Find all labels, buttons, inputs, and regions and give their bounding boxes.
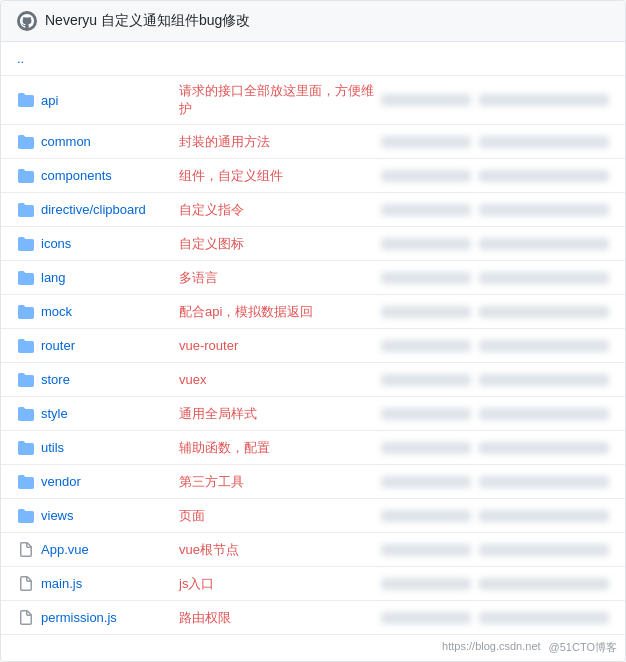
- time-blur: [479, 476, 609, 488]
- file-desc: vue-router: [171, 338, 381, 353]
- file-desc: js入口: [171, 575, 381, 593]
- file-icon: [17, 609, 35, 627]
- file-name[interactable]: utils: [41, 440, 171, 455]
- file-name[interactable]: style: [41, 406, 171, 421]
- file-row: store vuex: [1, 363, 625, 397]
- time-blur: [479, 374, 609, 386]
- time-blur: [479, 578, 609, 590]
- file-row: lang 多语言: [1, 261, 625, 295]
- commit-blur: [381, 306, 471, 318]
- file-desc: 请求的接口全部放这里面，方便维护: [171, 82, 381, 118]
- file-name[interactable]: directive/clipboard: [41, 202, 171, 217]
- file-meta: [381, 510, 609, 522]
- folder-icon: [17, 439, 35, 457]
- commit-blur: [381, 408, 471, 420]
- file-desc: 封装的通用方法: [171, 133, 381, 151]
- time-blur: [479, 272, 609, 284]
- file-desc: 配合api，模拟数据返回: [171, 303, 381, 321]
- file-row: main.js js入口: [1, 567, 625, 601]
- file-desc: 路由权限: [171, 609, 381, 627]
- folder-icon: [17, 91, 35, 109]
- file-meta: [381, 170, 609, 182]
- file-row: vendor 第三方工具: [1, 465, 625, 499]
- time-blur: [479, 510, 609, 522]
- file-list: .. api 请求的接口全部放这里面，方便维护 common 封装的通用方法 c…: [1, 42, 625, 635]
- github-icon: [20, 14, 34, 28]
- time-blur: [479, 94, 609, 106]
- watermark: https://blog.csdn.net @51CTO博客: [442, 640, 617, 655]
- file-row: permission.js 路由权限: [1, 601, 625, 635]
- file-row: icons 自定义图标: [1, 227, 625, 261]
- folder-icon: [17, 337, 35, 355]
- file-meta: [381, 94, 609, 106]
- time-blur: [479, 238, 609, 250]
- time-blur: [479, 306, 609, 318]
- file-meta: [381, 544, 609, 556]
- file-desc: 自定义图标: [171, 235, 381, 253]
- commit-blur: [381, 510, 471, 522]
- file-row: api 请求的接口全部放这里面，方便维护: [1, 76, 625, 125]
- commit-blur: [381, 204, 471, 216]
- file-meta: [381, 340, 609, 352]
- file-meta: [381, 374, 609, 386]
- file-meta: [381, 136, 609, 148]
- file-row: common 封装的通用方法: [1, 125, 625, 159]
- file-meta: [381, 578, 609, 590]
- file-name[interactable]: views: [41, 508, 171, 523]
- commit-blur: [381, 94, 471, 106]
- time-blur: [479, 136, 609, 148]
- file-row: mock 配合api，模拟数据返回: [1, 295, 625, 329]
- commit-blur: [381, 374, 471, 386]
- file-row: components 组件，自定义组件: [1, 159, 625, 193]
- file-meta: [381, 408, 609, 420]
- file-row: utils 辅助函数，配置: [1, 431, 625, 465]
- file-row: views 页面: [1, 499, 625, 533]
- file-meta: [381, 204, 609, 216]
- file-desc: vuex: [171, 372, 381, 387]
- commit-blur: [381, 136, 471, 148]
- file-meta: [381, 238, 609, 250]
- file-row: directive/clipboard 自定义指令: [1, 193, 625, 227]
- folder-icon: [17, 133, 35, 151]
- folder-icon: [17, 201, 35, 219]
- file-name[interactable]: lang: [41, 270, 171, 285]
- folder-icon: [17, 371, 35, 389]
- folder-icon: [17, 507, 35, 525]
- file-name[interactable]: vendor: [41, 474, 171, 489]
- commit-blur: [381, 544, 471, 556]
- watermark-right: @51CTO博客: [549, 640, 617, 655]
- parent-link[interactable]: ..: [17, 51, 24, 66]
- file-icon: [17, 575, 35, 593]
- time-blur: [479, 170, 609, 182]
- file-name[interactable]: permission.js: [41, 610, 171, 625]
- folder-icon: [17, 269, 35, 287]
- file-name[interactable]: common: [41, 134, 171, 149]
- file-row: router vue-router: [1, 329, 625, 363]
- file-name[interactable]: mock: [41, 304, 171, 319]
- file-name[interactable]: App.vue: [41, 542, 171, 557]
- file-name[interactable]: store: [41, 372, 171, 387]
- repo-title: Neveryu 自定义通知组件bug修改: [45, 12, 250, 30]
- time-blur: [479, 408, 609, 420]
- folder-icon: [17, 303, 35, 321]
- commit-blur: [381, 442, 471, 454]
- file-name[interactable]: components: [41, 168, 171, 183]
- time-blur: [479, 612, 609, 624]
- repo-avatar: [17, 11, 37, 31]
- file-name[interactable]: api: [41, 93, 171, 108]
- folder-icon: [17, 235, 35, 253]
- file-row: ..: [1, 42, 625, 76]
- folder-icon: [17, 167, 35, 185]
- file-desc: 通用全局样式: [171, 405, 381, 423]
- file-name[interactable]: icons: [41, 236, 171, 251]
- file-name[interactable]: router: [41, 338, 171, 353]
- file-desc: vue根节点: [171, 541, 381, 559]
- time-blur: [479, 442, 609, 454]
- watermark-left: https://blog.csdn.net: [442, 640, 540, 655]
- file-meta: [381, 612, 609, 624]
- commit-blur: [381, 476, 471, 488]
- file-row: style 通用全局样式: [1, 397, 625, 431]
- file-name[interactable]: main.js: [41, 576, 171, 591]
- file-icon: [17, 541, 35, 559]
- file-desc: 页面: [171, 507, 381, 525]
